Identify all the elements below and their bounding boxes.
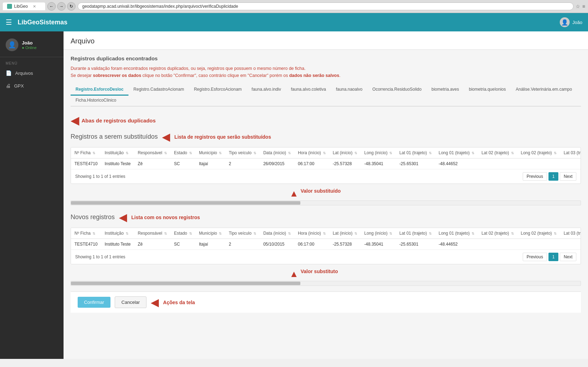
table1-scrollbar[interactable] (71, 200, 581, 205)
sidebar-item-gpx[interactable]: 🖨 GPX (0, 79, 64, 92)
col-tipo-veiculo[interactable]: Tipo veículo ⇅ (225, 148, 260, 158)
cell-lat02 (478, 158, 517, 169)
cell2-long01: -48.44652 (435, 239, 478, 250)
menu-icon[interactable]: ≡ (582, 4, 585, 9)
cell2-data-inicio: 05/10/2015 (260, 239, 294, 250)
alert-line1: Durante a validação foram encontrados re… (71, 65, 581, 72)
cell2-lat03 (560, 239, 581, 250)
table1-next-button[interactable]: Next (560, 172, 576, 181)
table2-next-button[interactable]: Next (560, 253, 576, 261)
col-lat-inicio[interactable]: Lat (início) ⇅ (329, 148, 361, 158)
col-long01[interactable]: Long 01 (trajeto) ⇅ (435, 148, 478, 158)
col2-tipo-veiculo[interactable]: Tipo veículo ⇅ (225, 228, 260, 239)
cell2-long02 (517, 239, 560, 250)
tab-ficha-historico[interactable]: Ficha.HistoricoClinico (71, 95, 121, 107)
tab-close-icon[interactable]: ✕ (33, 4, 36, 9)
cancel-button[interactable]: Cancelar (115, 296, 146, 308)
tab-analise-vet[interactable]: Análise.Veterinária.em.campo (511, 84, 577, 96)
file-icon: 📄 (6, 70, 12, 76)
tab-biometria-aves[interactable]: biometria.aves (426, 84, 464, 96)
col-instituicao[interactable]: Instituição ⇅ (101, 148, 134, 158)
col2-long-inicio[interactable]: Long (início) ⇅ (361, 228, 396, 239)
tabs-annotation-label: Abas de registros duplicados (82, 118, 156, 124)
col2-instituicao[interactable]: Instituição ⇅ (101, 228, 134, 239)
tab-fauna-alvo-coletiva[interactable]: fauna.alvo.coletiva (286, 84, 331, 96)
table2-prev-button[interactable]: Previous (523, 253, 547, 261)
col-long02[interactable]: Long 02 (trajeto) ⇅ (517, 148, 560, 158)
tab-registro-esforco-desloc[interactable]: Registro.EsforcoDesloc (71, 84, 128, 96)
cell2-nficha: TESTE4710 (71, 239, 101, 250)
cell2-municipio: Itajaí (196, 239, 226, 250)
confirm-button[interactable]: Confirmar (78, 297, 110, 308)
reload-button[interactable]: ↻ (67, 2, 76, 11)
tabs-container: Registro.EsforcoDesloc Registro.Cadastro… (71, 84, 581, 107)
browser-tab[interactable]: LibGeo ✕ (3, 2, 45, 10)
duplicates-section-title: Registros duplicados encontrados (71, 55, 581, 61)
col-long-inicio[interactable]: Long (início) ⇅ (361, 148, 396, 158)
cell-estado: SC (170, 158, 196, 169)
col2-lat03[interactable]: Lat 03 (trajeto) ⇅ (560, 228, 581, 239)
alert-text: Durante a validação foram encontrados re… (71, 65, 581, 79)
col-data-inicio[interactable]: Data (início) ⇅ (260, 148, 294, 158)
address-bar[interactable]: geodatapmp.acad.univali.br/libgeosistema… (78, 2, 574, 10)
col2-long02[interactable]: Long 02 (trajeto) ⇅ (517, 228, 560, 239)
col2-lat-inicio[interactable]: Lat (início) ⇅ (329, 228, 361, 239)
col-lat02[interactable]: Lat 02 (trajeto) ⇅ (478, 148, 517, 158)
col-lat03[interactable]: Lat 03 (trajeto) ⇅ (560, 148, 581, 158)
table2-page1-button[interactable]: 1 (548, 253, 559, 261)
sidebar-avatar: 👤 (6, 38, 18, 51)
cell-municipio: Itajaí (196, 158, 226, 169)
col2-lat01[interactable]: Lat 01 (trajeto) ⇅ (396, 228, 435, 239)
col2-lat02[interactable]: Lat 02 (trajeto) ⇅ (478, 228, 517, 239)
table2-scrollbar[interactable] (71, 281, 581, 286)
tab-registro-esforco-acionam[interactable]: Registro.EsforcoAcionam (189, 84, 246, 96)
col2-data-inicio[interactable]: Data (início) ⇅ (260, 228, 294, 239)
back-button[interactable]: ← (47, 2, 56, 11)
tab-biometria-queionios[interactable]: biometria.queIonios (464, 84, 511, 96)
sidebar: 👤 João ● Online MENÚ 📄 Arquivos 🖨 GPX (0, 31, 64, 359)
sidebar-item-arquivos[interactable]: 📄 Arquivos (0, 67, 64, 79)
col2-responsavel[interactable]: Responsável ⇅ (134, 228, 170, 239)
alert-bold1: sobrescrever os dados (93, 73, 141, 78)
cell2-hora-inicio: 06:17:00 (294, 239, 329, 250)
table1-page1-button[interactable]: 1 (548, 172, 559, 181)
col-municipio[interactable]: Município ⇅ (196, 148, 226, 158)
col-estado[interactable]: Estado ⇅ (170, 148, 196, 158)
tab-ocorrencia[interactable]: Ocorrencia.ResiduoSolido (367, 84, 426, 96)
action-bar: Confirmar Cancelar ◀ Ações da tela (71, 291, 581, 313)
col2-nficha[interactable]: Nº Ficha ⇅ (71, 228, 101, 239)
col2-municipio[interactable]: Município ⇅ (196, 228, 226, 239)
cell-lat-inicio: -25.57328 (329, 158, 361, 169)
cell-hora-inicio: 06:17:00 (294, 158, 329, 169)
cell-lat03 (560, 158, 581, 169)
page-body: Registros duplicados encontrados Durante… (64, 50, 588, 318)
hamburger-button[interactable]: ☰ (6, 18, 12, 26)
gpx-icon: 🖨 (6, 83, 11, 89)
table1-prev-button[interactable]: Previous (523, 172, 547, 181)
col-hora-inicio[interactable]: Hora (início) ⇅ (294, 148, 329, 158)
alert-line2: Se desejar sobrescrever os dados clique … (71, 72, 581, 79)
cell2-lat02 (478, 239, 517, 250)
table1-section-annotation-label: Lista de registros que serão substituído… (174, 134, 271, 140)
tab-title: LibGeo (14, 4, 28, 9)
tabs-arrow-icon: ◀ (71, 114, 79, 127)
alert-bold2: dados não serão salvos (289, 73, 339, 78)
forward-button[interactable]: → (57, 2, 66, 11)
col-responsavel[interactable]: Responsável ⇅ (134, 148, 170, 158)
col-nficha[interactable]: Nº Ficha ⇅ (71, 148, 101, 158)
bookmark-icon[interactable]: ☆ (576, 4, 580, 9)
table1-section-header: Registros a serem substituídos ◀ Lista d… (71, 131, 581, 143)
sidebar-menu-label: MENÚ (0, 57, 64, 67)
col-lat01[interactable]: Lat 01 (trajeto) ⇅ (396, 148, 435, 158)
tab-fauna-naoalvo[interactable]: fauna.naoalvo (331, 84, 367, 96)
alert-end: . (339, 73, 340, 78)
cell-lat01: -25.65301 (396, 158, 435, 169)
col2-estado[interactable]: Estado ⇅ (170, 228, 196, 239)
col2-long01[interactable]: Long 01 (trajeto) ⇅ (435, 228, 478, 239)
col2-hora-inicio[interactable]: Hora (início) ⇅ (294, 228, 329, 239)
tab-fauna-alvo-indiv[interactable]: fauna.alvo.indiv (247, 84, 286, 96)
cell-responsavel: Zê (134, 158, 170, 169)
tab-registro-cadastro[interactable]: Registro.CadastroAcionam (128, 84, 189, 96)
table1-header-row: Nº Ficha ⇅ Instituição ⇅ Responsável ⇅ E… (71, 148, 581, 158)
sidebar-user-info: João ● Online (22, 40, 37, 50)
